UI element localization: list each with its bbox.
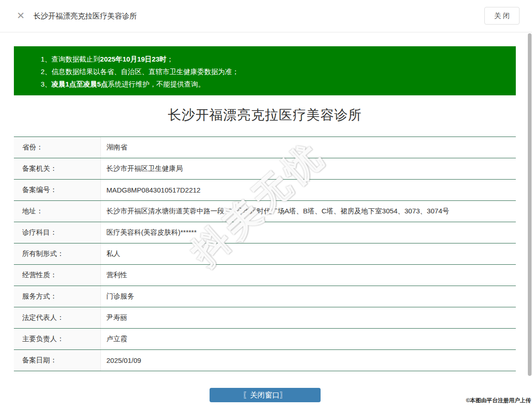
notice-banner: 1、查询数据截止到2025年10月19日23时； 2、信息数据结果以各省、自治区… [14, 46, 516, 95]
page-title: 长沙开福漂亮克拉医疗美容诊所 [14, 106, 516, 125]
row-label: 诊疗科目： [14, 222, 101, 243]
page: ✕ 长沙开福漂亮克拉医疗美容诊所 关 闭 1、查询数据截止到2025年10月19… [0, 0, 532, 405]
row-label: 省份： [14, 137, 101, 158]
row-value: 长沙市开福区清水塘街道芙蓉中路一段309号华远时代广场A塔、B塔、C塔、裙房及地… [101, 201, 516, 222]
table-row-legal-representative: 法定代表人： 尹寿丽 [14, 307, 516, 329]
row-label: 经营性质： [14, 265, 101, 286]
row-label: 地址： [14, 201, 101, 222]
table-row-filing-date: 备案日期： 2025/01/09 [14, 350, 516, 371]
close-window-button[interactable]: 〖关闭窗口〗 [210, 388, 321, 402]
table-row-address: 地址： 长沙市开福区清水塘街道芙蓉中路一段309号华远时代广场A塔、B塔、C塔、… [14, 201, 516, 222]
close-x-icon[interactable]: ✕ [17, 10, 25, 21]
row-label: 主要负责人： [14, 329, 101, 349]
table-row-ownership: 所有制形式： 私人 [14, 243, 516, 265]
row-label: 服务方式： [14, 286, 101, 307]
notice-line-1: 1、查询数据截止到2025年10月19日23时； [41, 53, 507, 65]
row-value: 尹寿丽 [101, 307, 516, 328]
row-value: MADG8MP0843010517D2212 [101, 180, 516, 200]
info-table: 省份： 湖南省 备案机关： 长沙市开福区卫生健康局 备案编号： MADG8MP0… [14, 137, 516, 371]
row-label: 所有制形式： [14, 243, 101, 264]
row-value: 门诊服务 [101, 286, 516, 307]
table-row-filing-number: 备案编号： MADG8MP0843010517D2212 [14, 180, 516, 201]
row-value: 湖南省 [101, 137, 516, 158]
window-titlebar: ✕ 长沙开福漂亮克拉医疗美容诊所 关 闭 [0, 0, 532, 32]
row-value: 营利性 [101, 265, 516, 286]
bottom-bar: 〖关闭窗口〗 [14, 388, 516, 402]
table-row-service-mode: 服务方式： 门诊服务 [14, 286, 516, 307]
table-row-business-nature: 经营性质： 营利性 [14, 265, 516, 286]
table-row-province: 省份： 湖南省 [14, 137, 516, 158]
notice-line-2: 2、信息数据结果以各省、自治区、直辖市卫生健康委数据为准； [41, 65, 507, 78]
row-label: 备案机关： [14, 158, 101, 179]
table-row-principal: 主要负责人： 卢立霞 [14, 329, 516, 350]
row-label: 备案日期： [14, 350, 101, 371]
notice-line-3: 3、凌晨1点至凌晨5点系统进行维护，不能提供查询。 [41, 78, 507, 90]
row-value: 私人 [101, 243, 516, 264]
row-label: 法定代表人： [14, 307, 101, 328]
table-row-filing-authority: 备案机关： 长沙市开福区卫生健康局 [14, 158, 516, 180]
row-value: 卢立霞 [101, 329, 516, 349]
row-value: 2025/01/09 [101, 350, 516, 371]
scrollbar-thumb[interactable] [528, 33, 532, 376]
row-label: 备案编号： [14, 180, 101, 200]
window-title: 长沙开福漂亮克拉医疗美容诊所 [33, 12, 137, 21]
row-value: 医疗美容科(美容皮肤科)****** [101, 222, 516, 243]
upload-credit-text: ©本图由平台注册用户上传 [466, 397, 531, 405]
close-button[interactable]: 关 闭 [484, 7, 520, 25]
row-value: 长沙市开福区卫生健康局 [101, 158, 516, 179]
table-row-departments: 诊疗科目： 医疗美容科(美容皮肤科)****** [14, 222, 516, 243]
